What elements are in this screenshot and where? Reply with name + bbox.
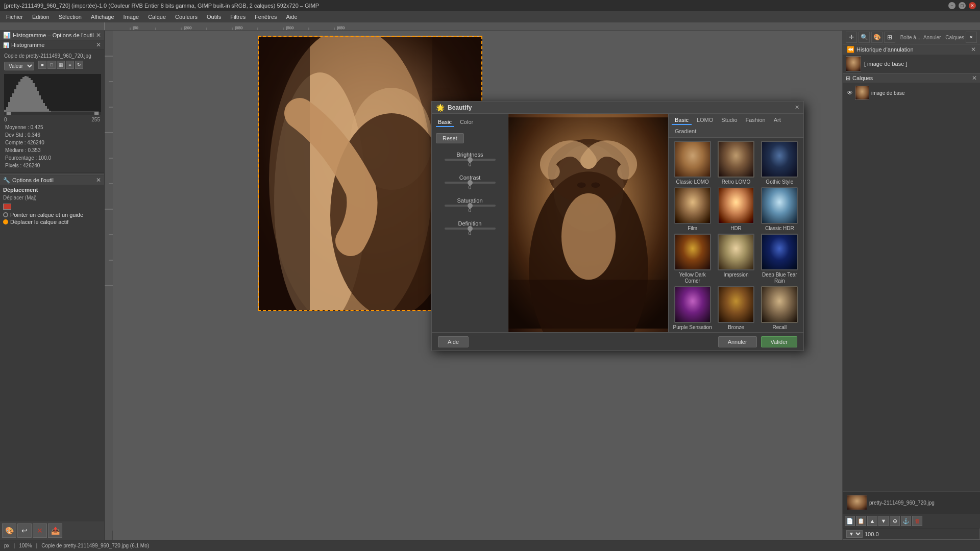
ptab-studio[interactable]: Studio bbox=[718, 116, 740, 125]
menu-outils[interactable]: Outils bbox=[203, 13, 225, 21]
layer-item-base[interactable]: 👁 image de base bbox=[845, 85, 978, 101]
tool-icon-export[interactable]: 📤 bbox=[48, 523, 62, 538]
layers-header: ⊞ Calques ✕ bbox=[843, 73, 980, 83]
svg-rect-47 bbox=[94, 112, 99, 115]
zoom-select[interactable]: ▼ bbox=[846, 530, 863, 538]
svg-point-74 bbox=[591, 182, 600, 188]
statusbar: px | 100% | Copie de pretty-2111499_960_… bbox=[0, 540, 980, 551]
layer-down-btn[interactable]: ▼ bbox=[878, 516, 889, 526]
menu-selection[interactable]: Sélection bbox=[55, 13, 86, 21]
svg-rect-75 bbox=[508, 280, 668, 328]
preset-item-bronze[interactable]: Bronze bbox=[715, 286, 756, 331]
menu-couleurs[interactable]: Couleurs bbox=[171, 13, 202, 21]
file-thumb-row: pretty-2111499_960_720.jpg bbox=[845, 494, 978, 511]
tool-bottom-icons: 🎨 ↩ ✕ 📤 bbox=[0, 521, 104, 540]
hist-icon-1[interactable]: ■ bbox=[38, 61, 46, 69]
layers-close-btn[interactable]: ✕ bbox=[972, 74, 977, 82]
beautify-body: Basic Color Reset Brightness 0 C bbox=[432, 114, 803, 332]
preset-item-film[interactable]: Film bbox=[672, 187, 713, 232]
histogram-panel-close[interactable]: ✕ bbox=[96, 41, 101, 48]
stat-pixels: Pixels : 426240 bbox=[5, 162, 99, 169]
nav-move-btn[interactable]: ✛ bbox=[846, 32, 857, 43]
reset-button[interactable]: Reset bbox=[436, 133, 464, 143]
panel-separator bbox=[0, 174, 104, 174]
layer-delete-btn[interactable]: 🗑 bbox=[912, 516, 922, 526]
btab-basic[interactable]: Basic bbox=[436, 118, 454, 127]
histogram-close-btn[interactable]: ✕ bbox=[96, 32, 101, 39]
measure-box: ▼ 100.0 bbox=[843, 528, 980, 540]
histogram-channel-select[interactable]: Valeur bbox=[4, 62, 34, 70]
beautify-controls: Basic Color Reset Brightness 0 C bbox=[432, 114, 508, 332]
hist-icon-3[interactable]: ▦ bbox=[57, 61, 65, 69]
hist-icon-2[interactable]: □ bbox=[47, 61, 56, 69]
tool-icon-delete[interactable]: ✕ bbox=[33, 523, 47, 538]
menu-calque[interactable]: Calque bbox=[144, 13, 170, 21]
nav-toolbar: ✛ 🔍 🎨 ⊞ Boite à.... Annuler - Calques ✕ bbox=[843, 31, 980, 44]
menu-image[interactable]: Image bbox=[119, 13, 143, 21]
svg-rect-27 bbox=[24, 76, 27, 115]
preset-item-hdr[interactable]: HDR bbox=[715, 187, 756, 232]
preset-item-classic-hdr[interactable]: Classic HDR bbox=[759, 187, 800, 232]
preset-item-recall[interactable]: Recall bbox=[759, 286, 800, 331]
definition-slider[interactable] bbox=[445, 228, 496, 230]
btab-color[interactable]: Color bbox=[458, 118, 475, 127]
validate-button[interactable]: Valider bbox=[761, 336, 797, 347]
histogram-header: 📊 Histogramme – Options de l'outil ✕ bbox=[0, 31, 104, 40]
preview-image bbox=[508, 114, 668, 332]
preset-item-purple-sensation[interactable]: Purple Sensation bbox=[672, 286, 713, 331]
help-button[interactable]: Aide bbox=[438, 336, 469, 347]
menu-affichage[interactable]: Affichage bbox=[87, 13, 118, 21]
undo-panel: ⏪ Historique d'annulation ✕ [ image de b… bbox=[843, 44, 980, 73]
menu-filtres[interactable]: Filtres bbox=[226, 13, 250, 21]
nav-layers-btn[interactable]: ⊞ bbox=[884, 32, 895, 43]
layer-merge-btn[interactable]: ⊕ bbox=[890, 516, 900, 526]
histogram-icons: ■ □ ▦ ≡ ↻ bbox=[36, 61, 85, 71]
layer-eye-1[interactable]: 👁 bbox=[847, 89, 853, 96]
preset-item-classic-lomo[interactable]: Classic LOMO bbox=[672, 141, 713, 185]
layers-title-row: ⊞ Calques bbox=[846, 75, 873, 82]
ptab-lomo[interactable]: LOMO bbox=[694, 116, 716, 125]
menu-fichier[interactable]: Fichier bbox=[2, 13, 27, 21]
menu-edition[interactable]: Édition bbox=[28, 13, 54, 21]
menu-aide[interactable]: Aide bbox=[282, 13, 302, 21]
beautify-close-btn[interactable]: ✕ bbox=[795, 104, 799, 111]
hist-icon-4[interactable]: ≡ bbox=[66, 61, 74, 69]
nav-zoom-btn[interactable]: 🔍 bbox=[859, 32, 870, 43]
preset-item-impression[interactable]: Impression bbox=[715, 234, 756, 284]
preset-label-classic-hdr: Classic HDR bbox=[765, 226, 794, 232]
preset-item-yellow-dark-corner[interactable]: Yellow Dark Corner bbox=[672, 234, 713, 284]
nav-color-btn[interactable]: 🎨 bbox=[871, 32, 883, 43]
ptab-basic[interactable]: Basic bbox=[672, 116, 692, 125]
ptab-fashion[interactable]: Fashion bbox=[743, 116, 769, 125]
svg-rect-31 bbox=[33, 83, 35, 115]
contrast-slider[interactable] bbox=[445, 182, 496, 184]
preset-item-deep-blue-tear-rain[interactable]: Deep Blue Tear Rain bbox=[759, 234, 800, 284]
ptab-art[interactable]: Art bbox=[771, 116, 784, 125]
saturation-slider[interactable] bbox=[445, 205, 496, 207]
status-separator-2: | bbox=[36, 543, 38, 548]
cancel-button[interactable]: Annuler bbox=[718, 336, 757, 347]
tool-icon-undo[interactable]: ↩ bbox=[17, 523, 32, 538]
right-side-panel: ✛ 🔍 🎨 ⊞ Boite à.... Annuler - Calques ✕ … bbox=[842, 31, 980, 540]
radio-1[interactable] bbox=[3, 212, 8, 217]
tool-options-close[interactable]: ✕ bbox=[96, 177, 101, 184]
layer-copy-btn[interactable]: 📋 bbox=[856, 516, 866, 526]
layer-new-btn[interactable]: 📄 bbox=[845, 516, 855, 526]
undo-close-btn[interactable]: ✕ bbox=[971, 46, 976, 53]
radio-2[interactable] bbox=[3, 219, 8, 224]
ptab-gradient[interactable]: Gradient bbox=[672, 127, 699, 135]
preset-item-gothic-style[interactable]: Gothic Style bbox=[759, 141, 800, 185]
minimize-button[interactable]: − bbox=[948, 2, 955, 9]
nav-right-btn[interactable]: ✕ bbox=[966, 32, 977, 43]
maximize-button[interactable]: □ bbox=[959, 2, 966, 9]
hist-icon-5[interactable]: ↻ bbox=[75, 61, 83, 69]
tool-icon-foreground[interactable]: 🎨 bbox=[2, 523, 16, 538]
preset-label-recall: Recall bbox=[772, 324, 787, 331]
menu-fenetres[interactable]: Fenêtres bbox=[251, 13, 281, 21]
brightness-slider[interactable] bbox=[445, 159, 496, 161]
layer-up-btn[interactable]: ▲ bbox=[867, 516, 877, 526]
definition-thumb bbox=[468, 226, 473, 231]
close-button[interactable]: ✕ bbox=[969, 2, 976, 9]
layer-anchor-btn[interactable]: ⚓ bbox=[901, 516, 911, 526]
preset-item-retro-lomo[interactable]: Retro LOMO bbox=[715, 141, 756, 185]
